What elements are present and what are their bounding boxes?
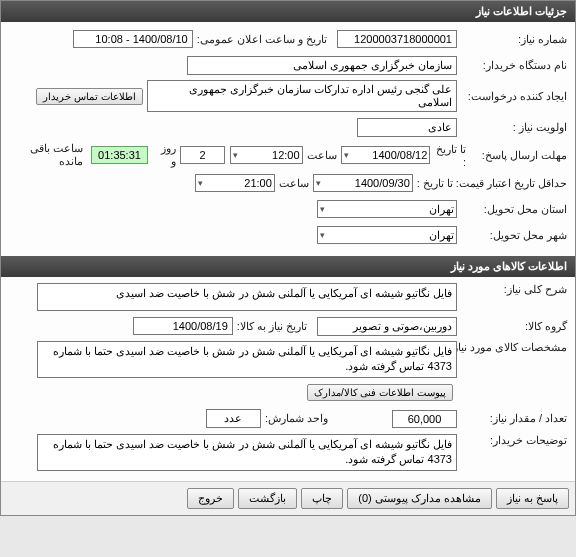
deadline-date-dropdown[interactable]: 1400/08/12 (341, 146, 431, 164)
qty-field: 60,000 (392, 410, 457, 428)
main-window: جزئیات اطلاعات نیاز شماره نیاز: 12000037… (0, 0, 576, 516)
exit-button[interactable]: خروج (187, 488, 234, 509)
price-time-dropdown[interactable]: 21:00 (195, 174, 275, 192)
price-valid-label: حداقل تاریخ اعتبار قیمت: (457, 177, 567, 190)
time-label-2: ساعت (275, 177, 313, 190)
row-priority: اولویت نیاز : عادی (9, 116, 567, 138)
reply-button[interactable]: پاسخ به نیاز (496, 488, 569, 509)
need-no-field: 1200003718000001 (337, 30, 457, 48)
creator-field: علی گنجی رئیس اداره تدارکات سازمان خبرگز… (147, 80, 457, 112)
city-dropdown[interactable]: تهران (317, 226, 457, 244)
row-city: شهر محل تحویل: تهران (9, 224, 567, 246)
city-label: شهر محل تحویل: (457, 229, 567, 242)
price-date-dropdown[interactable]: 1400/09/30 (313, 174, 413, 192)
creator-label: ایجاد کننده درخواست: (457, 90, 567, 103)
row-group: گروه کالا: دوربین،صوتی و تصویر تاریخ نیا… (9, 315, 567, 337)
spec-field: فایل نگاتیو شیشه ای آمریکایی یا آلملنی ش… (37, 341, 457, 378)
reply-deadline-label: مهلت ارسال پاسخ: (470, 149, 567, 162)
announce-field: 1400/08/10 - 10:08 (73, 30, 193, 48)
remaining-time-badge: 01:35:31 (91, 146, 148, 164)
section2-header: اطلاعات کالاهای مورد نیاز (1, 256, 575, 277)
priority-field: عادی (357, 118, 457, 137)
contact-buyer-button[interactable]: اطلاعات تماس خریدار (36, 88, 143, 105)
group-label: گروه کالا: (457, 320, 567, 333)
time-label-1: ساعت (303, 149, 341, 162)
need-no-label: شماره نیاز: (457, 33, 567, 46)
days-field: 2 (180, 146, 225, 164)
back-button[interactable]: بازگشت (238, 488, 297, 509)
to-date-label-2: تا تاریخ : (413, 177, 457, 190)
print-button[interactable]: چاپ (301, 488, 343, 509)
desc-field: فایل نگاتیو شیشه ای آمریکایی یا آلملنی ش… (37, 283, 457, 311)
buyer-note-label: توضیحات خریدار: (457, 434, 567, 447)
row-price-valid: حداقل تاریخ اعتبار قیمت: تا تاریخ : 1400… (9, 172, 567, 194)
need-date-field: 1400/08/19 (133, 317, 233, 335)
row-creator: ایجاد کننده درخواست: علی گنجی رئیس اداره… (9, 80, 567, 112)
deadline-time-dropdown[interactable]: 12:00 (230, 146, 302, 164)
row-qty: تعداد / مقدار نیاز: 60,000 واحد شمارش: ع… (9, 408, 567, 430)
group-field: دوربین،صوتی و تصویر (317, 317, 457, 336)
attach-spec-button[interactable]: پیوست اطلاعات فنی کالا/مدارک (307, 384, 453, 401)
row-reply-deadline: مهلت ارسال پاسخ: تا تاریخ : 1400/08/12 س… (9, 142, 567, 168)
qty-label: تعداد / مقدار نیاز: (457, 412, 567, 425)
desc-label: شرح کلی نیاز: (457, 283, 567, 296)
row-spec: مشخصات کالای مورد نیاز: فایل نگاتیو شیشه… (9, 341, 567, 378)
section1-body: شماره نیاز: 1200003718000001 تاریخ و ساع… (1, 22, 575, 256)
province-dropdown[interactable]: تهران (317, 200, 457, 218)
need-date-label: تاریخ نیاز به کالا: (233, 320, 311, 333)
section1-header: جزئیات اطلاعات نیاز (1, 1, 575, 22)
row-desc: شرح کلی نیاز: فایل نگاتیو شیشه ای آمریکا… (9, 283, 567, 311)
unit-field: عدد (206, 409, 261, 428)
row-buyer-note: توضیحات خریدار: فایل نگاتیو شیشه ای آمری… (9, 434, 567, 471)
row-attach: پیوست اطلاعات فنی کالا/مدارک (9, 382, 567, 404)
spec-label: مشخصات کالای مورد نیاز: (457, 341, 567, 354)
row-province: استان محل تحویل: تهران (9, 198, 567, 220)
to-date-label-1: تا تاریخ : (430, 143, 470, 168)
buyer-field: سازمان خبرگزاری جمهوری اسلامی (187, 56, 457, 75)
days-label: روز و (152, 142, 180, 168)
buyer-label: نام دستگاه خریدار: (457, 59, 567, 72)
buyer-note-field: فایل نگاتیو شیشه ای آمریکایی یا آلملنی ش… (37, 434, 457, 471)
province-label: استان محل تحویل: (457, 203, 567, 216)
section2-body: شرح کلی نیاز: فایل نگاتیو شیشه ای آمریکا… (1, 277, 575, 481)
priority-label: اولویت نیاز : (457, 121, 567, 134)
row-buyer: نام دستگاه خریدار: سازمان خبرگزاری جمهور… (9, 54, 567, 76)
unit-label: واحد شمارش: (261, 412, 332, 425)
footer-toolbar: پاسخ به نیاز مشاهده مدارک پیوستی (0) چاپ… (1, 481, 575, 515)
remaining-label: ساعت باقی مانده (9, 142, 87, 168)
view-attachments-button[interactable]: مشاهده مدارک پیوستی (0) (347, 488, 492, 509)
row-need-no: شماره نیاز: 1200003718000001 تاریخ و ساع… (9, 28, 567, 50)
announce-label: تاریخ و ساعت اعلان عمومی: (193, 33, 331, 46)
